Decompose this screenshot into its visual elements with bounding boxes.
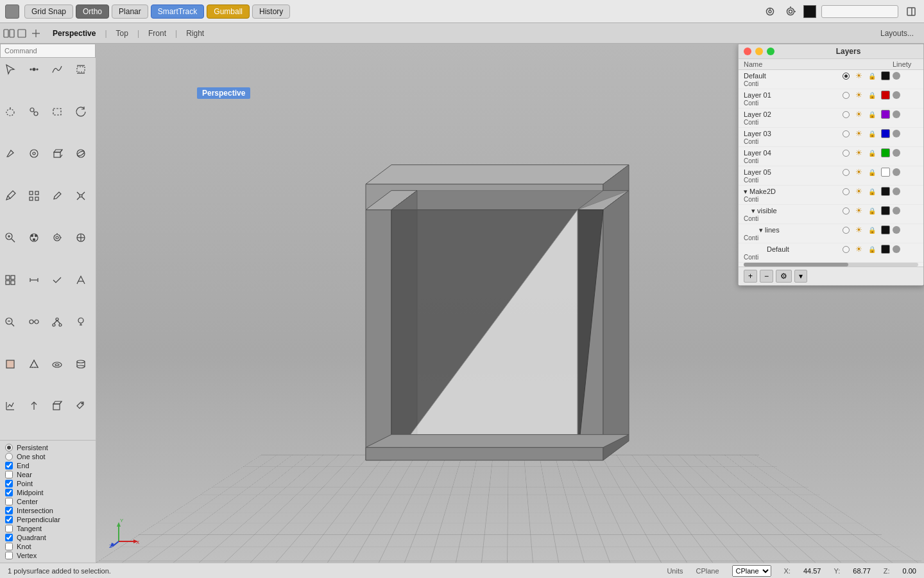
layer-material[interactable] — [893, 207, 900, 215]
filter-tool[interactable] — [25, 103, 43, 121]
layer-material[interactable] — [893, 110, 900, 118]
trim-tool[interactable] — [72, 187, 90, 205]
layer-visible-radio[interactable] — [843, 207, 850, 215]
layer-row[interactable]: Layer 03☀🔒Conti — [739, 128, 923, 147]
solid-tool[interactable] — [48, 397, 66, 415]
direction-tool[interactable] — [25, 397, 43, 415]
pencil-tool[interactable] — [1, 187, 19, 205]
layer-lock-icon[interactable]: 🔒 — [868, 73, 881, 80]
layer-lock-icon[interactable]: 🔒 — [868, 207, 881, 215]
snap-radio-one_shot[interactable] — [5, 453, 13, 460]
layer-row[interactable]: Default☀🔒Conti — [739, 243, 923, 263]
tab-right[interactable]: Right — [178, 26, 212, 40]
layer-color[interactable] — [881, 206, 890, 215]
dimension-tool[interactable] — [25, 271, 43, 289]
expand-button[interactable]: ▾ — [794, 270, 807, 283]
sphere-tool[interactable] — [72, 144, 90, 162]
layer-color[interactable] — [881, 110, 890, 119]
remove-layer-button[interactable]: − — [760, 270, 773, 283]
snap-checkbox-center[interactable] — [5, 498, 13, 505]
layer-row[interactable]: ▾ Make2D☀🔒Conti — [739, 186, 923, 205]
panel-toggle-icon[interactable] — [903, 4, 919, 19]
snap-tool[interactable] — [25, 229, 43, 247]
layer-lock-icon[interactable]: 🔒 — [868, 227, 881, 234]
layer-visible-radio[interactable] — [843, 246, 850, 253]
snap-checkbox-knot[interactable] — [5, 543, 13, 550]
layer-lock-icon[interactable]: 🔒 — [868, 246, 881, 253]
tab-front[interactable]: Front — [141, 26, 174, 40]
close-button[interactable] — [744, 48, 751, 55]
layer-row[interactable]: ▾ visible☀🔒Conti — [739, 205, 923, 224]
array-tool[interactable] — [25, 187, 43, 205]
paint2-tool[interactable] — [1, 355, 19, 373]
layer-row[interactable]: Layer 04☀🔒Conti — [739, 147, 923, 166]
layer-visible-radio[interactable] — [843, 111, 850, 118]
rect-select-tool[interactable] — [48, 103, 66, 121]
layer-material[interactable] — [893, 245, 900, 253]
add-layer-button[interactable]: + — [744, 270, 757, 283]
snap-radio-persistent[interactable] — [5, 444, 13, 451]
lock-icon[interactable] — [762, 4, 778, 19]
history-button[interactable]: History — [252, 4, 290, 19]
circle-tool[interactable] — [25, 144, 43, 162]
smart-track-button[interactable]: SmartTrack — [151, 4, 205, 19]
layer-visible-radio[interactable] — [843, 92, 850, 99]
analyze-tool[interactable] — [1, 397, 19, 415]
layers-scrollbar-thumb[interactable] — [744, 263, 848, 267]
tab-top[interactable]: Top — [108, 26, 136, 40]
layer-material[interactable] — [893, 149, 900, 157]
lasso-tool[interactable] — [1, 103, 19, 121]
layer-material[interactable] — [893, 188, 900, 195]
snap-checkbox-perpendicular[interactable] — [5, 516, 13, 523]
window-select-tool[interactable] — [72, 60, 90, 78]
layer-lock-icon[interactable]: 🔒 — [868, 169, 881, 176]
check-tool[interactable] — [48, 271, 66, 289]
layer-row[interactable]: Layer 05☀🔒Conti — [739, 166, 923, 186]
layer-color[interactable] — [881, 91, 890, 100]
cplane-select[interactable]: CPlane — [732, 565, 771, 577]
snap-checkbox-near[interactable] — [5, 471, 13, 478]
snap-checkbox-end[interactable] — [5, 462, 13, 469]
snap-checkbox-vertex[interactable] — [5, 552, 13, 559]
snap-checkbox-point[interactable] — [5, 480, 13, 487]
layer-lock-icon[interactable]: 🔒 — [868, 130, 881, 137]
pan-tool[interactable] — [72, 229, 90, 247]
settings-button[interactable]: ⚙ — [776, 270, 792, 283]
layer-color[interactable] — [881, 187, 890, 196]
angle-tool[interactable] — [72, 271, 90, 289]
layer-color[interactable] — [881, 148, 890, 157]
camera-icon[interactable] — [783, 4, 798, 19]
rotate-tool[interactable] — [72, 103, 90, 121]
snap-checkbox-tangent[interactable] — [5, 525, 13, 532]
maximize-button[interactable] — [767, 48, 774, 55]
light-tool[interactable] — [72, 313, 90, 331]
curve-tool[interactable] — [48, 60, 66, 78]
tab-perspective[interactable]: Perspective — [45, 26, 103, 40]
cylinder-tool[interactable] — [72, 355, 90, 373]
paint-tool[interactable] — [1, 144, 19, 162]
point-tool[interactable] — [25, 60, 43, 78]
select-tool[interactable] — [1, 60, 19, 78]
layer-material[interactable] — [893, 168, 900, 176]
edit-tool[interactable] — [48, 187, 66, 205]
minimize-button[interactable] — [755, 48, 763, 55]
snap-checkbox-intersection[interactable] — [5, 507, 13, 514]
box-tool[interactable] — [48, 144, 66, 162]
layer-color[interactable] — [881, 225, 890, 234]
layer-row[interactable]: Default☀🔒Conti — [739, 70, 923, 89]
layer-visible-radio[interactable] — [843, 130, 850, 137]
layer-material[interactable] — [893, 72, 900, 80]
tag-tool[interactable] — [72, 397, 90, 415]
layer-material[interactable] — [893, 91, 900, 99]
layer-row[interactable]: Layer 02☀🔒Conti — [739, 109, 923, 128]
ortho-button[interactable]: Ortho — [76, 4, 109, 19]
layer-lock-icon[interactable]: 🔒 — [868, 150, 881, 157]
magnify-tool[interactable] — [1, 313, 19, 331]
gumball-button[interactable]: Gumball — [207, 4, 250, 19]
surface-tool[interactable] — [25, 355, 43, 373]
layer-lock-icon[interactable]: 🔒 — [868, 111, 881, 118]
layer-visible-radio[interactable] — [843, 73, 850, 80]
zoom-tool[interactable] — [1, 229, 19, 247]
color-swatch[interactable] — [803, 5, 816, 18]
grid-snap-button[interactable]: Grid Snap — [24, 4, 73, 19]
